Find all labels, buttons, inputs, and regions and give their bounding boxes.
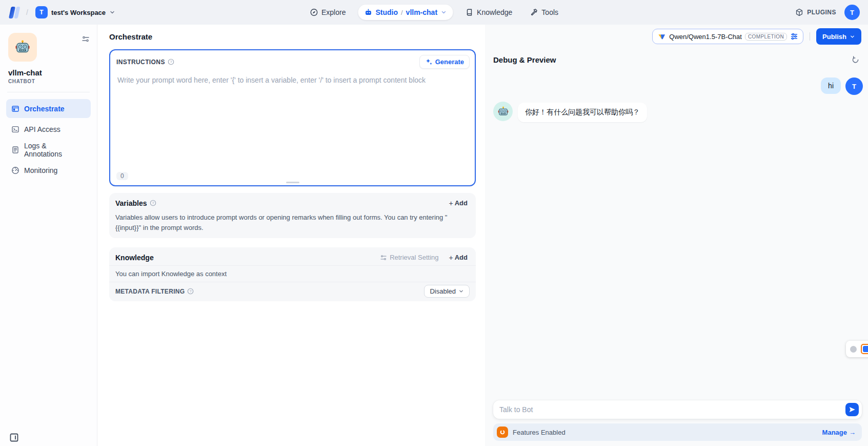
knowledge-title: Knowledge bbox=[115, 254, 154, 262]
sidebar-item-label: API Access bbox=[24, 125, 60, 133]
gray-dot-icon bbox=[850, 346, 857, 353]
navbar-right: PLUGINS T bbox=[795, 5, 860, 20]
nav-studio-label: Studio bbox=[375, 8, 398, 16]
arrow-right-icon: → bbox=[849, 429, 856, 436]
nav-knowledge-label: Knowledge bbox=[477, 8, 512, 16]
gauge-icon bbox=[11, 166, 19, 174]
knowledge-section: Knowledge Retrieval Setting + Add You ca… bbox=[109, 247, 476, 301]
nav-explore-label: Explore bbox=[321, 8, 346, 16]
plugins-button[interactable]: PLUGINS bbox=[795, 8, 836, 16]
sidebar-item-orchestrate[interactable]: Orchestrate bbox=[6, 99, 91, 118]
nav-tools-label: Tools bbox=[541, 8, 558, 16]
publish-button[interactable]: Publish bbox=[816, 28, 861, 45]
chevron-down-icon[interactable] bbox=[440, 9, 447, 15]
app-type-badge: CHATBOT bbox=[8, 79, 89, 84]
tune-icon[interactable] bbox=[790, 32, 798, 41]
robot-emoji bbox=[497, 106, 509, 118]
sidebar-item-api-access[interactable]: API Access bbox=[6, 120, 91, 139]
manage-link[interactable]: Manage → bbox=[822, 429, 856, 436]
model-name: Qwen/Qwen1.5-7B-Chat bbox=[669, 33, 742, 41]
instructions-title: INSTRUCTIONS bbox=[116, 59, 165, 66]
bot-message-bubble: 你好！有什么问题我可以帮助你吗？ bbox=[518, 103, 647, 122]
model-selector[interactable]: Qwen/Qwen1.5-7B-Chat COMPLETION bbox=[652, 29, 803, 44]
nav-tools[interactable]: Tools bbox=[524, 5, 563, 20]
help-icon[interactable]: ? bbox=[187, 288, 194, 295]
metadata-filtering-row: METADATA FILTERING ? Disabled bbox=[109, 282, 476, 301]
restart-icon[interactable] bbox=[851, 55, 860, 64]
features-icon bbox=[497, 426, 508, 438]
sidebar-divider bbox=[7, 92, 90, 92]
generate-button[interactable]: Generate bbox=[419, 55, 470, 69]
instructions-footer: 0 bbox=[110, 167, 475, 185]
top-navbar: / T test's Workspace Explore Stud bbox=[0, 0, 868, 25]
extension-logo-icon bbox=[861, 344, 868, 354]
chat-message-bot: 你好！有什么问题我可以帮助你吗？ bbox=[493, 102, 863, 122]
instructions-section: INSTRUCTIONS ? Generate 0 bbox=[109, 49, 476, 186]
workspace-avatar: T bbox=[35, 6, 48, 18]
plus-icon: + bbox=[449, 200, 453, 207]
debug-title: Debug & Preview bbox=[493, 55, 556, 64]
chevron-down-icon bbox=[850, 34, 855, 40]
add-knowledge-button[interactable]: + Add bbox=[447, 252, 470, 263]
variables-header: Variables ? + Add bbox=[109, 193, 476, 211]
cube-icon bbox=[795, 8, 803, 16]
chevron-down-icon bbox=[458, 288, 464, 294]
app-name: vllm-chat bbox=[8, 68, 89, 77]
collapse-sidebar-icon[interactable] bbox=[8, 432, 19, 443]
logs-icon bbox=[11, 146, 19, 154]
chat-input-bar bbox=[493, 400, 862, 419]
compass-icon bbox=[310, 8, 318, 16]
instructions-body bbox=[110, 70, 475, 167]
robot-emoji bbox=[14, 39, 31, 55]
sidebar-item-logs-annotations[interactable]: Logs & Annotations bbox=[6, 140, 91, 159]
metadata-filtering-select[interactable]: Disabled bbox=[424, 285, 470, 298]
app-icon[interactable] bbox=[8, 33, 37, 62]
features-bar: Features Enabled Manage → bbox=[493, 423, 862, 441]
sidebar-item-monitoring[interactable]: Monitoring bbox=[6, 161, 91, 180]
orchestrate-panel: Orchestrate INSTRUCTIONS ? Generate 0 bbox=[97, 25, 485, 446]
workspace-name: test's Workspace bbox=[51, 9, 106, 16]
features-label: Features Enabled bbox=[513, 429, 566, 436]
char-count-badge: 0 bbox=[116, 172, 128, 180]
retrieval-setting-button[interactable]: Retrieval Setting bbox=[380, 254, 438, 261]
chat-input[interactable] bbox=[499, 405, 845, 414]
workspace-switcher[interactable]: T test's Workspace bbox=[32, 4, 118, 21]
plus-icon: + bbox=[449, 254, 453, 261]
sidebar-item-label: Orchestrate bbox=[24, 105, 65, 113]
nav-studio[interactable]: Studio / vllm-chat bbox=[358, 5, 453, 20]
terminal-icon bbox=[11, 125, 19, 133]
user-avatar[interactable]: T bbox=[844, 5, 860, 20]
window-icon bbox=[11, 105, 19, 113]
user-chat-avatar: T bbox=[845, 77, 863, 95]
navbar-center: Explore Studio / vllm-chat Knowledge bbox=[305, 0, 563, 25]
chat-area: hi T 你好！有什么问题我可以帮助你吗？ bbox=[485, 64, 868, 122]
floating-widget[interactable] bbox=[846, 341, 868, 357]
svg-text:?: ? bbox=[152, 201, 154, 205]
knowledge-description: You can import Knowledge as context bbox=[109, 266, 476, 282]
nav-explore[interactable]: Explore bbox=[305, 5, 351, 20]
app-settings-icon[interactable] bbox=[82, 35, 90, 43]
instructions-header: INSTRUCTIONS ? Generate bbox=[110, 50, 475, 70]
help-icon[interactable]: ? bbox=[150, 200, 156, 206]
add-variable-label: Add bbox=[455, 199, 468, 207]
nav-knowledge[interactable]: Knowledge bbox=[460, 5, 517, 20]
sliders-icon bbox=[380, 254, 387, 261]
metadata-filtering-title: METADATA FILTERING bbox=[115, 288, 185, 295]
instructions-input[interactable] bbox=[112, 72, 473, 167]
send-icon bbox=[849, 406, 856, 413]
plugins-label: PLUGINS bbox=[807, 9, 836, 16]
send-button[interactable] bbox=[845, 403, 859, 416]
dify-logo[interactable] bbox=[8, 6, 22, 20]
sparkles-icon bbox=[425, 58, 433, 66]
bot-avatar bbox=[493, 102, 513, 121]
debug-preview-panel: Qwen/Qwen1.5-7B-Chat COMPLETION Publish … bbox=[485, 25, 868, 446]
robot-icon bbox=[364, 8, 372, 16]
hammer-icon bbox=[530, 8, 538, 16]
add-variable-button[interactable]: + Add bbox=[447, 198, 470, 208]
retrieval-setting-label: Retrieval Setting bbox=[390, 254, 438, 261]
resize-handle[interactable] bbox=[286, 182, 299, 183]
app-sidebar: vllm-chat CHATBOT Orchestrate API Access… bbox=[0, 25, 97, 446]
sidebar-item-label: Logs & Annotations bbox=[24, 142, 86, 158]
help-icon[interactable]: ? bbox=[168, 59, 174, 65]
debug-header: Debug & Preview bbox=[485, 48, 868, 64]
